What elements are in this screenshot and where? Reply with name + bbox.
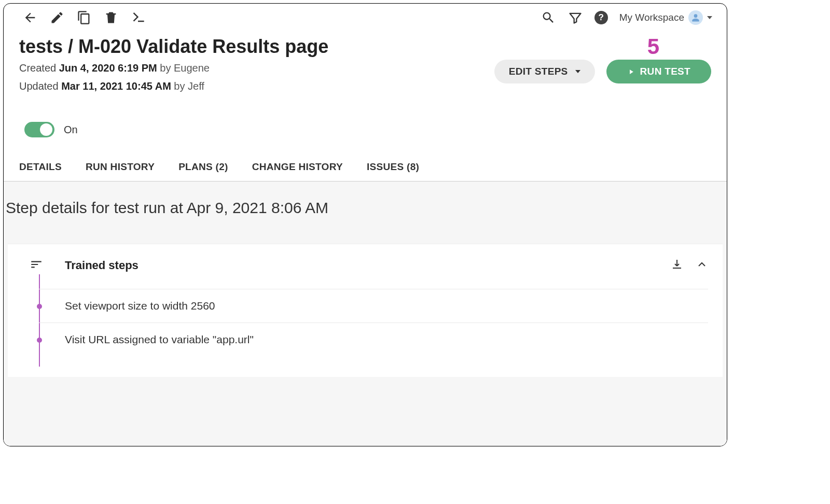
chevron-up-icon[interactable]: [696, 258, 708, 273]
toggle-label: On: [64, 124, 78, 136]
play-icon: [627, 68, 635, 76]
meta-created: Created Jun 4, 2020 6:19 PM by Eugene: [19, 61, 328, 76]
search-icon[interactable]: [541, 10, 556, 25]
chevron-down-icon: [575, 70, 580, 73]
timeline-dot-icon: [37, 338, 42, 343]
chevron-down-icon: [707, 16, 712, 19]
enabled-toggle[interactable]: [24, 122, 54, 137]
trained-steps-card: Trained steps Set viewport size to width…: [8, 244, 723, 377]
filter-icon[interactable]: [568, 10, 583, 25]
terminal-icon[interactable]: [130, 10, 146, 25]
tab-plans[interactable]: PLANS (2): [178, 161, 228, 173]
card-title: Trained steps: [65, 259, 139, 272]
run-test-button[interactable]: RUN TEST: [606, 60, 711, 83]
step-text: Visit URL assigned to variable "app.url": [65, 333, 254, 345]
edit-steps-label: EDIT STEPS: [509, 66, 568, 77]
back-arrow-icon[interactable]: [22, 10, 38, 25]
avatar-icon: [688, 10, 703, 25]
help-icon[interactable]: ?: [594, 11, 608, 24]
copy-icon[interactable]: [76, 10, 92, 25]
tab-change-history[interactable]: CHANGE HISTORY: [252, 161, 343, 173]
download-icon[interactable]: [671, 258, 683, 273]
meta-updated: Updated Mar 11, 2021 10:45 AM by Jeff: [19, 79, 328, 94]
timeline-dot-icon: [37, 304, 42, 309]
tab-issues[interactable]: ISSUES (8): [367, 161, 419, 173]
steps-list: Set viewport size to width 2560 Visit UR…: [39, 289, 708, 356]
breadcrumb: tests / M-020 Validate Results page: [19, 36, 328, 58]
tab-run-history[interactable]: RUN HISTORY: [86, 161, 155, 173]
breadcrumb-root[interactable]: tests: [19, 36, 63, 58]
sort-icon[interactable]: [30, 258, 43, 273]
edit-steps-button[interactable]: EDIT STEPS: [494, 60, 595, 83]
delete-trash-icon[interactable]: [103, 10, 119, 25]
callout-number: 5: [647, 36, 659, 58]
step-details-heading: Step details for test run at Apr 9, 2021…: [4, 199, 727, 244]
step-item[interactable]: Set viewport size to width 2560: [39, 289, 708, 323]
step-item[interactable]: Visit URL assigned to variable "app.url": [39, 323, 708, 356]
tab-details[interactable]: DETAILS: [19, 161, 62, 173]
page-title: M-020 Validate Results page: [78, 36, 328, 58]
tab-bar: DETAILS RUN HISTORY PLANS (2) CHANGE HIS…: [4, 137, 727, 181]
edit-pencil-icon[interactable]: [49, 10, 65, 25]
step-text: Set viewport size to width 2560: [65, 300, 215, 312]
toggle-knob: [40, 123, 52, 136]
workspace-dropdown[interactable]: My Workspace: [619, 10, 712, 25]
workspace-label: My Workspace: [619, 12, 684, 23]
top-toolbar: ? My Workspace: [4, 4, 727, 27]
breadcrumb-sep: /: [68, 36, 73, 58]
run-test-label: RUN TEST: [640, 66, 690, 77]
